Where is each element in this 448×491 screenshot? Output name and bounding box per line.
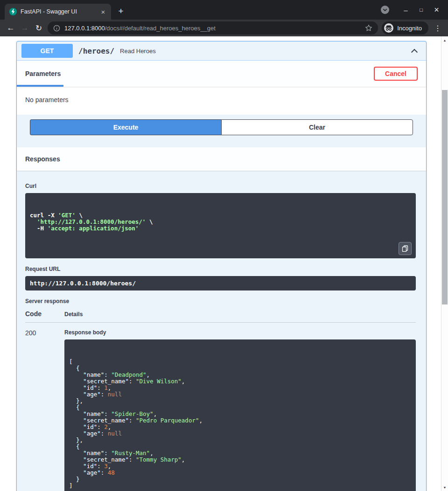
execute-button[interactable]: Execute	[30, 119, 221, 135]
request-url-value: http://127.0.0.1:8000/heroes/	[25, 276, 416, 290]
response-table-header: Code Details	[25, 310, 416, 323]
curl-command-text: curl -X 'GET' \ 'http://127.0.0.1:8000/h…	[30, 212, 411, 232]
fastapi-favicon-icon	[9, 8, 17, 15]
browser-tab[interactable]: FastAPI - Swagger UI ×	[5, 4, 111, 20]
window-minimize-button[interactable]: –	[398, 0, 413, 20]
tab-title: FastAPI - Swagger UI	[21, 8, 95, 15]
scrollbar-down-icon[interactable]: ▼	[441, 484, 448, 491]
response-row: 200 Response body [ { "name": "Deadpond"…	[25, 323, 416, 491]
curl-label: Curl	[25, 183, 416, 189]
scrollbar-up-icon[interactable]: ▲	[441, 37, 448, 43]
collapse-chevron-icon[interactable]	[411, 49, 418, 55]
tab-search-icon[interactable]	[378, 3, 392, 16]
parameters-header: Parameters Cancel	[17, 61, 426, 87]
window-close-button[interactable]: ×	[429, 0, 444, 20]
responses-header: Responses	[17, 147, 426, 171]
code-column-header: Code	[25, 310, 64, 318]
copy-curl-button[interactable]	[399, 242, 412, 255]
clear-button[interactable]: Clear	[221, 119, 413, 135]
forward-icon[interactable]: →	[18, 21, 32, 35]
parameters-title: Parameters	[25, 70, 61, 77]
response-details: Response body [ { "name": "Deadpond", "s…	[64, 329, 416, 491]
window-controls: – □ ×	[378, 0, 444, 20]
browser-window: FastAPI - Swagger UI × + – □ × ← → ↻ 127…	[0, 0, 448, 491]
endpoint-summary: Read Heroes	[120, 48, 156, 55]
url-text[interactable]: 127.0.0.1:8000/docs#/default/read_heroes…	[64, 25, 361, 32]
opblock-summary[interactable]: GET /heroes/ Read Heroes	[17, 41, 426, 61]
browser-menu-icon[interactable]: ⋮	[432, 24, 443, 33]
incognito-label: Incognito	[397, 25, 422, 32]
curl-command-block: curl -X 'GET' \ 'http://127.0.0.1:8000/h…	[25, 193, 416, 258]
incognito-icon	[384, 23, 393, 33]
status-code: 200	[25, 329, 64, 337]
tab-close-icon[interactable]: ×	[99, 7, 107, 16]
responses-title: Responses	[25, 155, 60, 163]
server-response-label: Server response	[25, 298, 416, 304]
incognito-badge: Incognito	[382, 21, 428, 35]
request-url-label: Request URL	[25, 266, 416, 272]
response-body-json: [ { "name": "Deadpond", "secret_name": "…	[69, 359, 411, 489]
reload-icon[interactable]: ↻	[32, 21, 46, 35]
details-column-header: Details	[64, 311, 83, 318]
scrollbar-thumb[interactable]	[442, 90, 448, 304]
http-method-badge: GET	[21, 44, 73, 58]
new-tab-button[interactable]: +	[114, 4, 128, 18]
tab-strip: FastAPI - Swagger UI × + – □ ×	[0, 0, 448, 20]
back-icon[interactable]: ←	[4, 21, 18, 35]
opblock-get-heroes: GET /heroes/ Read Heroes Parameters Canc…	[16, 41, 427, 491]
no-parameters-text: No parameters	[25, 96, 69, 104]
response-body-block: [ { "name": "Deadpond", "secret_name": "…	[64, 339, 416, 491]
browser-toolbar: ← → ↻ 127.0.0.1:8000/docs#/default/read_…	[0, 20, 448, 36]
page-scrollbar[interactable]: ▲ ▼	[441, 36, 448, 491]
parameters-body: No parameters	[17, 87, 426, 115]
endpoint-path: /heroes/	[78, 47, 114, 55]
url-path: /docs#/default/read_heroes_heroes__get	[105, 25, 216, 32]
response-body-label: Response body	[64, 329, 416, 336]
parameters-tab-underline	[17, 85, 63, 87]
window-maximize-button[interactable]: □	[413, 0, 429, 20]
swagger-page: GET /heroes/ Read Heroes Parameters Canc…	[0, 36, 441, 491]
cancel-button[interactable]: Cancel	[374, 67, 418, 81]
responses-body: Curl curl -X 'GET' \ 'http://127.0.0.1:8…	[17, 171, 426, 491]
bookmark-star-icon[interactable]	[365, 24, 372, 32]
url-host: 127.0.0.1:8000	[64, 25, 105, 32]
site-info-icon[interactable]	[53, 25, 60, 32]
address-bar[interactable]: 127.0.0.1:8000/docs#/default/read_heroes…	[48, 21, 378, 35]
execute-row: Execute Clear	[17, 115, 426, 142]
